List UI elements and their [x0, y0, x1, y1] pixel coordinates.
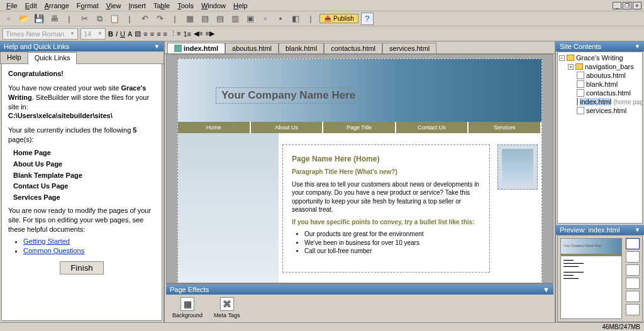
- italic-icon[interactable]: I: [116, 30, 118, 38]
- page-icon: [174, 45, 182, 52]
- restore-icon[interactable]: ❐: [623, 2, 631, 9]
- thumb[interactable]: [626, 278, 640, 289]
- color-icon[interactable]: A: [128, 30, 132, 38]
- tree-file[interactable]: contactus.html: [559, 89, 641, 97]
- nav-contact[interactable]: Contact Us: [396, 122, 469, 133]
- thumb[interactable]: [626, 264, 640, 276]
- close-icon[interactable]: ×: [633, 2, 641, 9]
- preview-image[interactable]: Your Company Name Here ▬▬▬▬▬▬▬▬▬▬▬▬▬▬▬▬▬…: [560, 238, 622, 319]
- insert3-icon[interactable]: ▤: [214, 13, 226, 25]
- collapse-icon[interactable]: ▼: [635, 43, 640, 50]
- numbers-icon[interactable]: 1≡: [183, 30, 191, 38]
- menu-insert[interactable]: Insert: [125, 1, 150, 10]
- menu-file[interactable]: File: [3, 1, 21, 10]
- insert5-icon[interactable]: ▣: [244, 13, 257, 25]
- page-content-block[interactable]: Page Name Here (Home) Paragraph Title He…: [282, 144, 490, 273]
- thumb[interactable]: [626, 291, 640, 302]
- menu-format[interactable]: Format: [73, 1, 103, 10]
- outdent-icon[interactable]: ◀≡: [194, 30, 203, 38]
- align-center-icon[interactable]: ≡: [150, 30, 154, 38]
- align-justify-icon[interactable]: ≡: [164, 30, 167, 38]
- bgcolor-icon[interactable]: ▧: [135, 30, 141, 38]
- doc-tab-aboutus[interactable]: aboutus.html: [225, 43, 279, 53]
- menu-view[interactable]: View: [103, 1, 125, 10]
- insert7-icon[interactable]: ▪: [274, 13, 287, 25]
- thumb[interactable]: [626, 238, 640, 249]
- menu-tools[interactable]: Tools: [174, 1, 197, 10]
- nav-pagetitle[interactable]: Page Title: [323, 122, 396, 133]
- page-canvas[interactable]: Your Company Name Here Home About Us Pag…: [177, 58, 542, 283]
- insert2-icon[interactable]: ▧: [199, 13, 211, 25]
- menu-help[interactable]: Help: [230, 1, 252, 10]
- nav-about[interactable]: About Us: [251, 122, 324, 133]
- file-icon: [577, 89, 584, 97]
- paragraph-title[interactable]: Paragraph Title Here (What's new?): [292, 168, 480, 176]
- tree-file[interactable]: aboutus.html: [559, 71, 641, 80]
- font-combo[interactable]: Times New Roman▼: [3, 28, 78, 40]
- link-common-questions[interactable]: Common Questions: [23, 247, 84, 254]
- doc-tab-services[interactable]: services.html: [382, 43, 436, 53]
- collapse-icon[interactable]: ▼: [635, 227, 640, 233]
- tree-root[interactable]: −Grace's Writing: [559, 53, 641, 62]
- bold-icon[interactable]: B: [108, 30, 113, 38]
- collapse-icon[interactable]: ▼: [543, 286, 550, 293]
- tab-quick-links[interactable]: Quick Links: [28, 52, 77, 64]
- copy-icon[interactable]: ⧉: [93, 13, 106, 25]
- publish-button[interactable]: 📤 Publish: [319, 14, 358, 23]
- indent-icon[interactable]: ≡▶: [205, 30, 214, 38]
- help-icon[interactable]: ?: [361, 13, 374, 25]
- open-icon[interactable]: 📂: [18, 13, 30, 25]
- tree-file[interactable]: blank.html: [559, 80, 641, 89]
- preview-panel: Preview: index.html▼ Your Company Name H…: [556, 225, 644, 322]
- size-combo[interactable]: 14▼: [80, 28, 106, 40]
- effect-metatags[interactable]: ⌘Meta Tags: [214, 297, 240, 318]
- menu-window[interactable]: Window: [197, 1, 230, 10]
- bullets-icon[interactable]: ⋮≡: [170, 30, 180, 38]
- menu-arrange[interactable]: Arrange: [41, 1, 73, 10]
- cut-icon[interactable]: ✂: [78, 13, 91, 25]
- effect-background[interactable]: ▦Background: [172, 297, 203, 318]
- new-icon[interactable]: ▫: [3, 13, 15, 25]
- bullet-list[interactable]: Our products are great for the environme…: [304, 230, 480, 256]
- thumb[interactable]: [626, 304, 640, 315]
- image-placeholder[interactable]: [497, 144, 538, 190]
- save-icon[interactable]: 💾: [33, 13, 45, 25]
- align-left-icon[interactable]: ≡: [143, 30, 147, 38]
- print-icon[interactable]: 🖶: [48, 13, 60, 25]
- insert4-icon[interactable]: ▥: [229, 13, 242, 25]
- collapse-icon[interactable]: ▼: [154, 43, 160, 50]
- page-side-image[interactable]: [178, 133, 279, 283]
- site-tree[interactable]: −Grace's Writing +navigation_bars aboutu…: [557, 52, 643, 224]
- align-right-icon[interactable]: ≡: [157, 30, 160, 38]
- doc-tab-contactus[interactable]: contactus.html: [324, 43, 382, 53]
- insert1-icon[interactable]: ▦: [184, 13, 196, 25]
- canvas-viewport[interactable]: Your Company Name Here Home About Us Pag…: [166, 54, 553, 283]
- page-name-heading[interactable]: Page Name Here (Home): [292, 154, 480, 164]
- thumb[interactable]: [626, 251, 640, 263]
- tree-file[interactable]: services.html: [559, 106, 641, 115]
- body-text[interactable]: Use this area to tell your customers abo…: [292, 180, 480, 214]
- minimize-icon[interactable]: _: [613, 2, 621, 9]
- insert6-icon[interactable]: ▫: [259, 13, 272, 25]
- doc-tab-index[interactable]: index.html: [167, 43, 225, 53]
- redo-icon[interactable]: ↷: [153, 13, 166, 25]
- finish-button[interactable]: Finish: [60, 261, 104, 274]
- tree-file-selected[interactable]: index.html (home page): [559, 97, 641, 106]
- doc-tab-blank[interactable]: blank.html: [279, 43, 324, 53]
- nav-home[interactable]: Home: [178, 122, 251, 133]
- link-getting-started[interactable]: Getting Started: [23, 237, 70, 245]
- paste-icon[interactable]: 📋: [108, 13, 121, 25]
- insert8-icon[interactable]: ◧: [289, 13, 302, 25]
- underline-icon[interactable]: U: [120, 30, 125, 38]
- menu-edit[interactable]: Edit: [21, 1, 41, 10]
- page-navbar[interactable]: Home About Us Page Title Contact Us Serv…: [178, 122, 541, 133]
- undo-icon[interactable]: ↶: [138, 13, 151, 25]
- bullet-intro[interactable]: If you have specific points to convey, t…: [292, 218, 480, 227]
- help-content: Congratulations! You have now created yo…: [1, 64, 162, 321]
- tree-folder-nav[interactable]: +navigation_bars: [559, 62, 641, 71]
- company-name-text[interactable]: Your Company Name Here: [216, 87, 361, 104]
- tab-help[interactable]: Help: [0, 52, 28, 63]
- nav-services[interactable]: Services: [469, 122, 541, 133]
- menu-table[interactable]: Table: [150, 1, 174, 10]
- page-header[interactable]: Your Company Name Here: [178, 59, 541, 122]
